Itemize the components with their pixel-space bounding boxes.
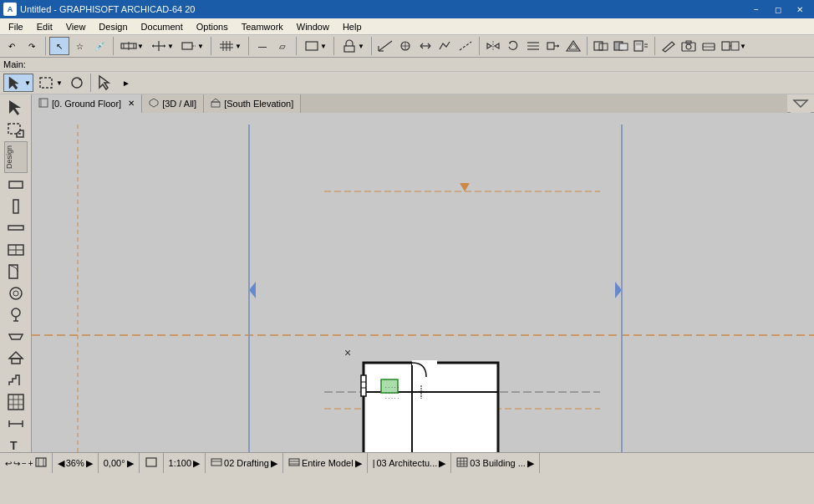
menu-options[interactable]: Options: [190, 20, 235, 33]
layer3-arrow[interactable]: ▶: [439, 458, 445, 469]
sidebar-marquee-tool[interactable]: [4, 120, 28, 140]
svg-rect-67: [8, 226, 23, 230]
group-tool[interactable]: ▼: [719, 37, 749, 55]
tab-ground-floor[interactable]: [0. Ground Floor] ✕: [32, 94, 142, 113]
menu-design[interactable]: Design: [92, 20, 134, 33]
sidebar-dimension-tool[interactable]: [4, 414, 28, 434]
sidebar-window-tool[interactable]: [4, 240, 28, 260]
eraser-tool[interactable]: [699, 37, 719, 55]
sidebar-wall-tool[interactable]: [4, 175, 28, 195]
grid-tool[interactable]: ▼: [215, 37, 245, 55]
sidebar-lamp-tool[interactable]: [4, 305, 28, 325]
layer4-status: 03 Building ... ▶: [451, 453, 540, 473]
offset-tool[interactable]: [563, 37, 583, 55]
rect-tool[interactable]: ▼: [300, 37, 330, 55]
window-controls: − ◻ ✕: [745, 0, 811, 18]
render-tool[interactable]: [611, 37, 631, 55]
sidebar-column-tool[interactable]: [4, 196, 28, 216]
sub-pointer[interactable]: [94, 74, 114, 92]
status-zoom-fit[interactable]: [35, 457, 47, 469]
zoom-fwd-btn[interactable]: ▶: [86, 458, 93, 469]
svg-rect-66: [13, 200, 18, 213]
menu-window[interactable]: Window: [290, 20, 336, 33]
sidebar-slab-tool[interactable]: [4, 327, 28, 347]
wireframe-tool[interactable]: [591, 37, 611, 55]
tool-a3[interactable]: [415, 37, 435, 55]
fill-tool[interactable]: ▱: [272, 37, 293, 55]
tool-a2[interactable]: [395, 37, 415, 55]
sidebar-door-tool[interactable]: [4, 262, 28, 282]
sidebar-stair-tool[interactable]: [4, 370, 28, 390]
mirror-tool[interactable]: [483, 37, 503, 55]
svg-marker-58: [9, 77, 18, 89]
sidebar-beam-tool[interactable]: [4, 218, 28, 238]
status-zoom-out[interactable]: −: [22, 459, 27, 468]
tool-a4[interactable]: [435, 37, 455, 55]
layer4-arrow[interactable]: ▶: [527, 458, 534, 469]
rotate-tool[interactable]: [503, 37, 523, 55]
sub-right-arrow[interactable]: ►: [116, 74, 136, 92]
status-redo[interactable]: ↪: [13, 459, 20, 468]
pen-tool[interactable]: [659, 37, 679, 55]
svg-marker-38: [557, 44, 559, 48]
sub-arrow-tool[interactable]: ▼: [3, 74, 33, 92]
paint-tool[interactable]: [631, 37, 651, 55]
tab-south-elevation[interactable]: [South Elevation]: [204, 94, 301, 113]
magic-wand[interactable]: ☆: [69, 37, 89, 55]
measure-tool[interactable]: ▼: [117, 37, 147, 55]
status-undo[interactable]: ↩: [5, 459, 12, 468]
view-nav-btn[interactable]: [791, 94, 811, 113]
sub-marquee-tool[interactable]: ▼: [35, 74, 65, 92]
separator-10: [654, 37, 655, 55]
tab-icon-1: [38, 98, 48, 109]
stretch-tool[interactable]: [543, 37, 563, 55]
pointer-tool[interactable]: ↖: [49, 37, 69, 55]
menu-file[interactable]: File: [2, 20, 30, 33]
tab-label-3d: [3D / All]: [162, 99, 196, 109]
sidebar-arrow-tool[interactable]: [4, 98, 28, 118]
menu-help[interactable]: Help: [336, 20, 369, 33]
layer1-status: 02 Drafting ▶: [206, 453, 283, 473]
restore-button[interactable]: ◻: [767, 0, 789, 18]
menu-edit[interactable]: Edit: [30, 20, 59, 33]
undo-button[interactable]: ↶: [2, 37, 22, 55]
scale-arrow[interactable]: ▶: [193, 458, 200, 469]
tool-a5[interactable]: [455, 37, 476, 55]
svg-rect-94: [39, 99, 48, 107]
svg-point-73: [13, 291, 18, 296]
redo-button[interactable]: ↷: [22, 37, 42, 55]
svg-text:×: ×: [344, 346, 351, 359]
angle-arrow[interactable]: ▶: [127, 458, 134, 469]
lock-tool[interactable]: ▼: [338, 37, 368, 55]
sidebar-text-tool[interactable]: T: [4, 435, 28, 452]
status-bar: ↩ ↪ − + ◀ 36% ▶ 0,00° ▶ 1:100 ▶ 02 Draft…: [0, 452, 814, 473]
tab-close-ground-floor[interactable]: ✕: [128, 99, 135, 108]
svg-rect-65: [9, 181, 23, 188]
sidebar-object-tool[interactable]: [4, 283, 28, 303]
layer1-arrow[interactable]: ▶: [271, 458, 277, 469]
line-tool[interactable]: —: [252, 37, 272, 55]
zoom-back-btn[interactable]: ◀: [58, 458, 64, 469]
snap-tool[interactable]: ▼: [177, 37, 207, 55]
scale-status: 1:100 ▶: [164, 453, 206, 473]
minimize-button[interactable]: −: [745, 0, 767, 18]
drawing-area[interactable]: [0. Ground Floor] ✕ [3D / All] [South El…: [32, 94, 814, 452]
menu-view[interactable]: View: [59, 20, 93, 33]
tool-a1[interactable]: [375, 37, 395, 55]
menu-teamwork[interactable]: Teamwork: [235, 20, 290, 33]
main-toolbar: ↶ ↷ ↖ ☆ 💉 ▼ ▼ ▼: [0, 35, 814, 57]
menu-document[interactable]: Document: [135, 20, 190, 33]
layer2-value: Entire Model: [302, 458, 354, 468]
tab-3d[interactable]: [3D / All]: [142, 94, 204, 113]
layer2-arrow[interactable]: ▶: [355, 458, 362, 469]
sidebar-roof-tool[interactable]: [4, 349, 28, 369]
sub-rotate-tool[interactable]: [67, 74, 87, 92]
grid-group: ▼: [215, 37, 245, 55]
move-tool[interactable]: ▼: [147, 37, 177, 55]
sidebar-zone-tool[interactable]: [4, 392, 28, 412]
align-tool[interactable]: [523, 37, 543, 55]
camera-tool[interactable]: [679, 37, 699, 55]
close-button[interactable]: ✕: [789, 0, 811, 18]
status-zoom-in[interactable]: +: [28, 459, 33, 468]
eyedropper[interactable]: 💉: [89, 37, 109, 55]
